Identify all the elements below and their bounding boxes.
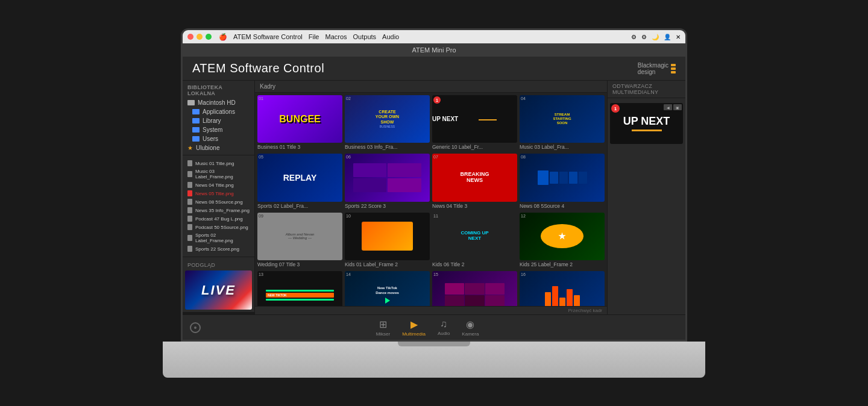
grid-item-11[interactable]: 12 ★ Kids 25 Label_Frame 2 [520,213,605,269]
audio-label: Audio [438,331,450,336]
grid-item-5[interactable]: 06 Sports 22 Score 3 [345,154,430,210]
menubar-icon3: 🌙 [652,34,659,40]
sidebar-file-9[interactable]: Sports 22 Score.png [183,245,254,253]
grid-item-12[interactable]: 13 NEW TIKTOK Youth 13 Label_Fra... [257,271,342,306]
settings-icon[interactable] [190,322,201,333]
right-upnext-text: UP NEXT [623,116,670,128]
grid-num-12: 13 [259,272,263,276]
ctrl-btn-2[interactable]: ▣ [673,104,682,110]
grid-thumb-15: 16 [520,271,605,306]
right-panel-thumb: 1 ◀ ▣ UP NEXT [610,103,683,144]
close-button[interactable] [187,34,193,40]
toolbar-item-multimedia[interactable]: ▶ Multimedia [402,319,426,337]
grid-thumb-3: 04 STREAMSTARTINGSOON [520,95,605,143]
sidebar-file-1[interactable]: Music 03 Label_Frame.png [183,167,254,181]
screen-content: 🍎 ATEM Software Control File Macros Outp… [183,30,685,340]
star-icon: ★ [187,145,193,151]
grid-num-6: 07 [433,155,438,159]
content-header: Kadry [255,81,607,93]
laptop-container: 🍎 ATEM Software Control File Macros Outp… [163,28,705,378]
minimize-button[interactable] [197,34,203,40]
grid-thumb-12: 13 NEW TIKTOK [257,271,342,306]
menubar-audio[interactable]: Audio [382,33,399,41]
grid-thumb-1: 02 CREATEYOUR OWNSHOW BUSINESS [345,95,430,143]
folder-icon-apps [192,109,200,114]
sidebar-item-macintosh[interactable]: Macintosh HD [183,98,254,107]
menubar-macros[interactable]: Macros [325,33,347,41]
sidebar-file-label-1: Music 03 Label_Frame.png [195,169,250,180]
camera-icon: ◉ [466,319,474,330]
file-icon-9 [187,246,192,252]
sidebar-divider [183,155,254,155]
grid-num-14: 15 [433,272,438,276]
grid-item-15[interactable]: 16 Podcast 50 5Source 4 [520,271,605,306]
multimedia-label: Multimedia [402,331,426,337]
camera-label: Kamera [462,331,479,337]
grid-thumb-13: 14 New TikTokDance moves [345,271,430,306]
sidebar-file-5[interactable]: News 35 Info_Frame.png [183,206,254,214]
right-panel-header: Odtwarzacz multimedialny [608,81,685,98]
grid-item-14[interactable]: 15 Podcast 47 Bug L 3 [432,271,517,306]
grid-item-6[interactable]: 07 BREAKINGNEWS News 04 Title 3 [432,154,517,210]
grid-item-4[interactable]: 05 REPLAY Sports 02 Label_Fra... [257,154,342,210]
sidebar-item-users[interactable]: Users [183,134,254,143]
file-icon-2 [187,182,192,188]
toolbar-item-audio[interactable]: ♫ Audio [438,319,450,336]
menubar-icon1: ⚙ [631,34,637,40]
sidebar: Biblioteka lokalna Macintosh HD Applicat… [183,81,255,314]
sidebar-file-4[interactable]: News 08 5Source.png [183,198,254,206]
maximize-button[interactable] [206,34,212,40]
sidebar-file-label-4: News 08 5Source.png [195,199,243,205]
bm-icon [671,64,676,73]
tiktok-arrow [385,298,390,304]
grid-item-9[interactable]: 10 Kids 01 Label_Frame 2 [345,213,430,269]
grid-thumb-8: 09 Album and Nevan— Wedding — [257,213,342,260]
grid-num-8: 09 [259,214,263,218]
sidebar-file-8[interactable]: Sports 02 Label_Frame.png [183,231,254,245]
app-title: ATEM Software Control [192,61,324,75]
right-upnext-line [632,130,662,131]
sidebar-file-7[interactable]: Podcast 50 5Source.png [183,223,254,231]
menubar-file[interactable]: File [309,33,319,41]
menubar-outputs[interactable]: Outputs [353,33,377,41]
grid-label-9: Kids 01 Label_Frame 2 [345,260,430,269]
grid-thumb-9: 10 [345,213,430,260]
toolbar-item-camera[interactable]: ◉ Kamera [462,319,479,337]
grid-num-0: 01 [259,96,263,101]
right-panel-controls: ◀ ▣ [664,104,682,110]
grid-thumb-6: 07 BREAKINGNEWS [432,154,517,201]
grid-num-13: 14 [346,272,351,276]
grid-item-0[interactable]: 01 BUNGEE Business 01 Title 3 [257,95,342,151]
ctrl-btn-1[interactable]: ◀ [664,104,672,110]
screen-bezel: 🍎 ATEM Software Control File Macros Outp… [181,28,687,342]
main-layout: Biblioteka lokalna Macintosh HD Applicat… [183,81,685,314]
menubar-atem[interactable]: ATEM Software Control [233,33,303,41]
sidebar-file-label-7: Podcast 50 5Source.png [195,225,248,230]
grid-num-5: 06 [346,155,351,159]
breaking-text: BREAKINGNEWS [460,172,489,184]
grid-item-8[interactable]: 09 Album and Nevan— Wedding — Wedding 07… [257,213,342,269]
grid-item-13[interactable]: 14 New TikTokDance moves Youth 04 Label_… [345,271,430,306]
grid-item-2[interactable]: 1 UP NEXT Generic 10 Label_Fr... [432,95,517,151]
sidebar-item-favorites[interactable]: ★ Ulubione [183,143,254,152]
grid-label-11: Kids 25 Label_Frame 2 [520,260,605,269]
sidebar-item-system[interactable]: System [183,125,254,134]
multimedia-icon: ▶ [410,319,418,330]
sidebar-file-0[interactable]: Music 01 Title.png [183,159,254,167]
tiktok-text: New TikTokDance moves [376,286,399,296]
grid-item-1[interactable]: 02 CREATEYOUR OWNSHOW BUSINESS Business … [345,95,430,151]
grid-label-6: News 04 Title 3 [432,202,517,210]
file-icon-5 [187,207,192,213]
toolbar-item-mixer[interactable]: ⊞ Mikser [376,319,391,337]
sidebar-file-3[interactable]: News 05 Title.png [183,189,254,198]
file-icon-8 [187,235,192,241]
sidebar-item-applications[interactable]: Applications [183,107,254,116]
menubar: 🍎 ATEM Software Control File Macros Outp… [183,30,685,43]
sidebar-item-library[interactable]: Library [183,116,254,125]
sidebar-file-2[interactable]: News 04 Title.png [183,181,254,189]
grid-item-3[interactable]: 04 STREAMSTARTINGSOON Music 03 Label_Fra… [520,95,605,151]
upnext-text: UP NEXT [432,116,458,122]
grid-item-7[interactable]: 08 News 08 5Source 4 [520,154,605,210]
sidebar-file-6[interactable]: Podcast 47 Bug L.png [183,214,254,223]
grid-item-10[interactable]: 11 COMING UPNEXT Kids 06 Title 2 [432,213,517,269]
